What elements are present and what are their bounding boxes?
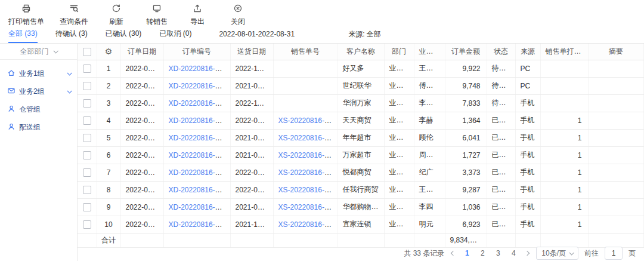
sales-no-link[interactable]: XS-20220816-000011 [278,186,338,194]
cell-summary [588,198,644,216]
cell-customer: 世纪联华 [338,77,384,94]
page-number-1[interactable]: 1 [462,249,472,257]
content: 全部部门 业务1组 业务2组 仓管组 配送组 [0,44,644,261]
col-salesperson: 业务员 [414,44,445,60]
date-range-filter[interactable]: 2022-08-01-2022-08-31 [219,30,295,38]
cell-print-count: 1 [540,198,588,216]
cell-status: 已确认 [487,129,515,146]
chevron-down-icon[interactable] [67,70,72,75]
select-all-checkbox[interactable] [83,48,91,56]
next-page-button[interactable] [524,251,530,255]
order-no-link[interactable]: XD-20220816-000010 [169,203,231,211]
chevron-down-icon[interactable] [67,88,72,93]
cell-delivery-date: 2022-02-20 [230,112,273,129]
cell-status: 已确认 [487,112,515,129]
tab-cancelled[interactable]: 已取消 (0) [159,25,191,43]
table-row: 32022-08-14XD-20220816-0000162022-11-01华… [78,94,644,112]
tab-pending-confirm[interactable]: 待确认 (3) [55,25,88,43]
cell-status: 待确认 [487,77,515,94]
row-checkbox[interactable] [83,116,91,125]
print-sales-order-button[interactable]: 打印销售单 [8,4,44,27]
cell-department: 业务一部 [384,112,414,129]
row-checkbox[interactable] [83,220,91,229]
tab-confirmed[interactable]: 已确认 (30) [106,25,142,43]
prev-page-button[interactable] [450,251,456,255]
total-label: 合计 [97,233,120,247]
sidebar-item-delivery-group[interactable]: 配送组 [0,118,77,136]
col-sales-no: 销售单号 [273,44,338,60]
source-filter[interactable]: 来源: 全部 [348,29,381,39]
sidebar-item-label: 业务1组 [19,69,64,79]
sidebar-item-warehouse-group[interactable]: 仓管组 [0,100,77,118]
cell-source: PC [515,77,540,94]
row-checkbox[interactable] [83,134,91,142]
order-no-link[interactable]: XD-20220816-000009 [169,220,231,229]
page-number-2[interactable]: 2 [478,249,487,257]
cell-department: 业务一部 [384,60,414,77]
col-customer: 客户名称 [338,44,384,60]
cell-customer: 华润万家 [338,94,384,112]
cell-customer: 万家超市 [338,146,384,164]
sales-no-link[interactable]: XS-20220816-000014 [278,134,338,142]
sidebar-item-business-group-1[interactable]: 业务1组 [0,65,77,82]
row-checkbox[interactable] [83,151,91,159]
refresh-button[interactable]: 刷新 [104,4,129,27]
cell-index: 4 [97,112,120,129]
tab-all[interactable]: 全部 (33) [8,25,38,43]
row-checkbox[interactable] [83,203,91,211]
cell-salesperson: 周乐心 [414,146,445,164]
transfer-to-sales-button[interactable]: 转销售 [144,4,169,27]
export-icon [193,4,202,15]
row-checkbox[interactable] [83,186,91,194]
cell-sales-no [273,94,338,112]
page-number-3[interactable]: 3 [493,249,503,257]
cell-order-date: 2022-04-11 [120,216,163,233]
close-button[interactable]: 关闭 [225,4,250,27]
cell-delivery-date: 2022-06-16 [230,164,273,181]
cell-print-count: 1 [540,181,588,198]
order-no-link[interactable]: XD-20220816-000014 [169,134,231,142]
cell-print-count: 1 [540,112,588,129]
order-no-link[interactable]: XD-20220816-000013 [169,151,231,159]
cell-department: 业务二部 [384,181,414,198]
row-checkbox[interactable] [83,99,91,108]
order-no-link[interactable]: XD-20220816-000012 [169,168,231,177]
cell-salesperson: 王昊天 [414,60,445,77]
cell-index: 1 [97,60,120,77]
table-row: 92022-08-08XD-20220816-0000102021-09-13X… [78,198,644,216]
close-icon [233,4,243,15]
order-no-link[interactable]: XD-20220816-000017 [169,82,231,90]
sales-no-link[interactable]: XS-20220816-000012 [278,168,338,177]
export-button[interactable]: 导出 [185,4,210,27]
order-no-link[interactable]: XD-20220816-000015 [169,116,231,125]
sales-no-link[interactable]: XS-20220816-000010 [278,203,338,211]
table-row: 62022-08-11XD-20220816-0000132021-04-14X… [78,146,644,164]
query-conditions-button[interactable]: 查询条件 [60,4,88,27]
orders-panel: ⚙ 订单日期 订单编号 送货日期 销售单号 客户名称 部门 业务员 订单金额 状… [78,44,644,261]
order-no-link[interactable]: XD-20220816-000016 [169,99,231,108]
cell-print-count: 1 [540,164,588,181]
sidebar-item-business-group-2[interactable]: 业务2组 [0,82,77,100]
row-checkbox[interactable] [83,65,91,73]
row-checkbox[interactable] [83,168,91,177]
sales-no-link[interactable]: XS-20220816-000009 [278,220,338,229]
cell-department: 业务一部 [384,77,414,94]
sales-no-link[interactable]: XS-20220816-000013 [278,151,338,159]
cell-customer: 任我行商贸 [338,181,384,198]
records-total: 共 33 条记录 [404,248,444,259]
cell-status: 已确认 [487,146,515,164]
page-number-4[interactable]: 4 [509,249,518,257]
cell-print-count [540,94,588,112]
row-checkbox[interactable] [83,82,91,90]
col-source: 来源 [515,44,540,60]
cell-print-count: 1 [540,216,588,233]
page-size-value: 10条/页 [541,248,566,259]
page-size-select[interactable]: 10条/页 [536,247,578,260]
order-no-link[interactable]: XD-20220816-000018 [169,65,231,73]
cell-salesperson: 顾伦 [414,129,445,146]
sales-no-link[interactable]: XS-20220816-000015 [278,116,338,125]
department-select[interactable]: 全部部门 [0,44,77,60]
gear-icon[interactable]: ⚙ [105,47,113,56]
order-no-link[interactable]: XD-20220816-000011 [169,186,231,194]
goto-page-input[interactable] [605,247,623,260]
